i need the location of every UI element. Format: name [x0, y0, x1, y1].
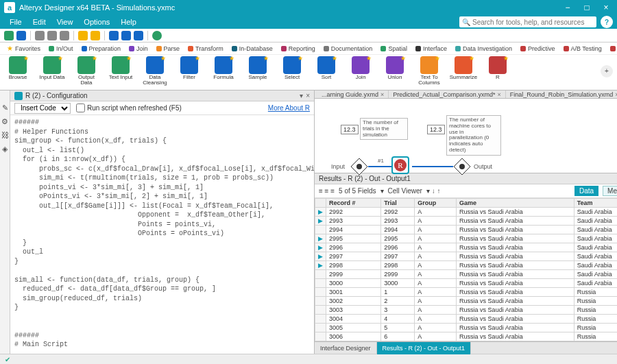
numeric-updown-2[interactable]: 12.3 [427, 125, 445, 134]
code-editor[interactable]: ###### # Helper Functions sim_group <- f… [10, 115, 314, 354]
table-row[interactable]: 30003000ARussia vs Saudi ArabiaSaudi Ara… [315, 279, 618, 288]
category-time-series[interactable]: Time Series [607, 45, 617, 53]
column-header[interactable] [315, 199, 326, 208]
insert-code-dropdown[interactable]: Insert Code [14, 103, 71, 114]
panel-close-icon[interactable]: × [306, 92, 310, 99]
maximize-button[interactable]: □ [580, 2, 594, 13]
category-parse[interactable]: Parse [154, 45, 183, 53]
table-row[interactable]: 29992999ARussia vs Saudi ArabiaSaudi Ara… [315, 270, 618, 279]
category-documentation[interactable]: Documentation [321, 45, 376, 53]
table-row[interactable]: 30055ARussia vs Saudi ArabiaRussia3 [315, 324, 618, 332]
table-row[interactable]: 30022ARussia vs Saudi ArabiaRussia3 [315, 297, 618, 306]
settings-icon[interactable]: ⚙ [0, 117, 10, 126]
tool-join[interactable]: ★Join [347, 56, 374, 80]
tool-text-input[interactable]: ★Text Input [107, 56, 134, 80]
redo-icon[interactable] [90, 31, 100, 40]
column-header[interactable]: Trial [381, 199, 415, 208]
run-icon[interactable] [152, 31, 162, 40]
category-in-database[interactable]: In-Database [229, 45, 276, 53]
panel-menu-icon[interactable]: ▾ [300, 92, 303, 99]
copy-icon[interactable] [47, 31, 57, 40]
minimize-button[interactable]: − [561, 2, 574, 13]
category-in-out[interactable]: In/Out [46, 45, 76, 53]
menu-file[interactable]: File [4, 18, 27, 26]
metadata-tab[interactable]: Metadata [603, 186, 617, 196]
tool-sort[interactable]: ★Sort [313, 56, 340, 80]
tool-browse[interactable]: ★Browse [4, 56, 32, 80]
tab-close-icon[interactable]: × [380, 91, 384, 98]
zoom-in-icon[interactable] [109, 31, 119, 40]
data-tab[interactable]: Data [574, 186, 598, 196]
link-icon[interactable]: ⛓ [0, 130, 10, 140]
menu-help[interactable]: Help [115, 18, 142, 26]
tool-data-cleansing[interactable]: ★Data Cleansing [141, 56, 169, 86]
close-button[interactable]: × [599, 2, 613, 13]
tool-formula[interactable]: ★Formula [210, 56, 237, 80]
menu-options[interactable]: Options [78, 18, 115, 26]
table-row[interactable]: 30011ARussia vs Saudi ArabiaRussia1 [315, 288, 618, 297]
numeric-updown-1[interactable]: 12.3 [341, 125, 359, 134]
table-row[interactable]: ▶29952995ARussia vs Saudi ArabiaSaudi Ar… [315, 234, 618, 243]
category-join[interactable]: Join [126, 45, 151, 53]
wand-icon[interactable]: ✎ [0, 103, 10, 112]
workflow-tab[interactable]: Predicted_Actual_Comparison.yxmd*× [389, 90, 505, 99]
bottom-tab[interactable]: Interface Designer [315, 342, 377, 354]
more-about-r-link[interactable]: More About R [268, 104, 310, 112]
category-predictive[interactable]: Predictive [518, 45, 558, 53]
category-a-b-testing[interactable]: A/B Testing [561, 45, 605, 53]
menu-edit[interactable]: Edit [27, 18, 51, 26]
column-header[interactable]: Team [574, 199, 617, 208]
tool-union[interactable]: ★Union [381, 56, 409, 80]
category-data-investigation[interactable]: Data Investigation [452, 45, 515, 53]
table-row[interactable]: 29942994ARussia vs Saudi ArabiaSaudi Ara… [315, 226, 618, 234]
zoom-fit-icon[interactable] [134, 31, 143, 40]
r-tool-node[interactable]: R [391, 156, 409, 174]
help-button[interactable]: ? [601, 16, 613, 28]
table-row[interactable]: ▶29932993ARussia vs Saudi ArabiaSaudi Ar… [315, 217, 618, 226]
open-icon[interactable] [4, 31, 14, 40]
table-row[interactable]: 30044ARussia vs Saudi ArabiaRussia3 [315, 315, 618, 324]
bottom-tab[interactable]: Results - R (2) - Out - Output1 [377, 342, 472, 354]
cut-icon[interactable] [35, 31, 45, 40]
tool-r[interactable]: ★R [484, 56, 511, 80]
table-row[interactable]: ▶29922992ARussia vs Saudi ArabiaSaudi Ar… [315, 208, 618, 217]
column-header[interactable]: Group [415, 199, 457, 208]
cell-viewer-label[interactable]: Cell Viewer [388, 187, 422, 195]
category-interface[interactable]: Interface [413, 45, 450, 53]
category-reporting[interactable]: Reporting [278, 45, 318, 53]
table-row[interactable]: 30066ARussia vs Saudi ArabiaRussia3 [315, 332, 618, 341]
tool-input-data[interactable]: ★Input Data [38, 56, 66, 80]
save-icon[interactable] [16, 31, 26, 40]
message-icons[interactable]: ≡ ≡ ≡ [319, 187, 335, 195]
run-script-check[interactable] [76, 104, 85, 112]
search-input[interactable] [472, 19, 594, 26]
tool-text-to-columns[interactable]: ★Text To Columns [415, 56, 443, 86]
category-preparation[interactable]: Preparation [79, 45, 124, 53]
category-spatial[interactable]: Spatial [378, 45, 410, 53]
table-row[interactable]: ▶29982998ARussia vs Saudi ArabiaSaudi Ar… [315, 261, 618, 270]
tool-sample[interactable]: ★Sample [244, 56, 271, 80]
table-row[interactable]: ▶29962996ARussia vs Saudi ArabiaSaudi Ar… [315, 243, 618, 252]
paste-icon[interactable] [60, 31, 69, 40]
macro-input-node[interactable] [350, 158, 368, 175]
column-header[interactable]: Record # [326, 199, 381, 208]
results-grid[interactable]: Record #TrialGroupGameTeamPoints▶2992299… [315, 198, 617, 341]
global-search[interactable]: 🔍 [459, 16, 596, 27]
tag-icon[interactable]: ◈ [0, 144, 10, 154]
tab-close-icon[interactable]: × [497, 91, 500, 98]
tool-select[interactable]: ★Select [278, 56, 306, 80]
macro-output-node[interactable] [453, 158, 471, 175]
zoom-out-icon[interactable] [121, 31, 131, 40]
run-script-checkbox[interactable]: Run script when refreshed (F5) [76, 104, 182, 112]
table-row[interactable]: 30033ARussia vs Saudi ArabiaRussia3 [315, 306, 618, 315]
category-transform[interactable]: Transform [185, 45, 226, 53]
undo-icon[interactable] [78, 31, 88, 40]
tool-filter[interactable]: ★Filter [176, 56, 203, 80]
workflow-tab[interactable]: Final_Round_Robin_Simulation.yxmd× [506, 90, 617, 99]
table-row[interactable]: ▶29972997ARussia vs Saudi ArabiaSaudi Ar… [315, 252, 618, 261]
tool-output-data[interactable]: ★Output Data [73, 56, 100, 86]
menu-view[interactable]: View [51, 18, 79, 26]
workflow-tab[interactable]: ...arning Guide.yxmd× [317, 90, 389, 99]
category-favorites[interactable]: ★Favorites [4, 44, 43, 53]
add-tool-button[interactable]: + [601, 65, 613, 77]
